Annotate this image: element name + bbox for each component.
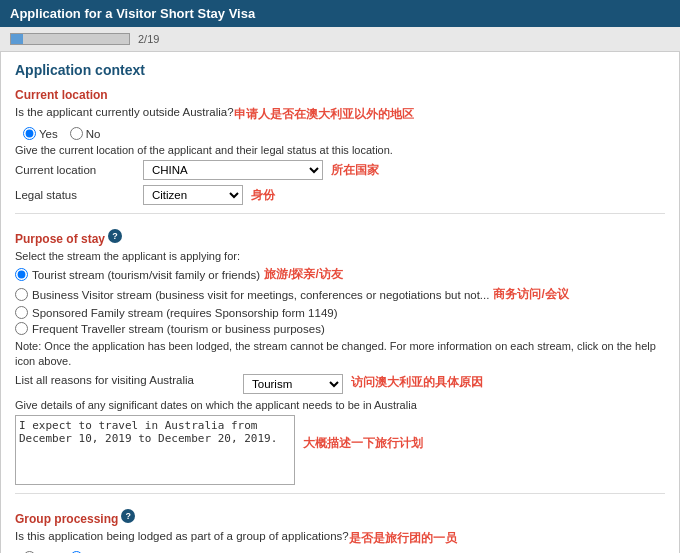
group-question-row: Is this application being lodged as part…: [15, 530, 665, 547]
legal-status-select[interactable]: Citizen: [143, 185, 243, 205]
main-content: Application context Current location Is …: [0, 51, 680, 553]
outside-australia-row: Is the applicant currently outside Austr…: [15, 106, 665, 123]
stream-options: Tourist stream (tourism/visit family or …: [15, 266, 665, 335]
tourist-stream-radio[interactable]: [15, 268, 28, 281]
group-annotation: 是否是旅行团的一员: [349, 530, 457, 547]
frequent-stream-text: Frequent Traveller stream (tourism or bu…: [32, 323, 325, 335]
current-location-annotation: 所在国家: [331, 162, 379, 179]
business-annotation: 商务访问/会议: [493, 286, 568, 303]
outside-yes-label[interactable]: Yes: [23, 127, 58, 140]
progress-bar-outer: [10, 33, 130, 45]
legal-status-annotation: 身份: [251, 187, 275, 204]
tourist-stream-row: Tourist stream (tourism/visit family or …: [15, 266, 665, 283]
page-counter: 2/19: [138, 33, 159, 45]
tourist-annotation: 旅游/探亲/访友: [264, 266, 343, 283]
list-reasons-select[interactable]: Tourism: [243, 374, 343, 394]
outside-australia-question: Is the applicant currently outside Austr…: [15, 106, 234, 118]
outside-yes-radio[interactable]: [23, 127, 36, 140]
purpose-info-icon[interactable]: ?: [108, 229, 122, 243]
legal-status-field-row: Legal status Citizen 身份: [15, 185, 665, 205]
give-details-label: Give details of any significant dates on…: [15, 399, 665, 411]
purpose-title: Purpose of stay: [15, 232, 105, 246]
outside-australia-radios: Yes No: [23, 127, 665, 140]
legal-status-label: Legal status: [15, 189, 135, 201]
outside-no-label[interactable]: No: [70, 127, 101, 140]
section-title: Application context: [15, 62, 665, 78]
purpose-description: Select the stream the applicant is apply…: [15, 250, 665, 262]
sponsored-stream-row: Sponsored Family stream (requires Sponso…: [15, 306, 665, 319]
progress-bar-inner: [11, 34, 23, 44]
frequent-stream-row: Frequent Traveller stream (tourism or bu…: [15, 322, 665, 335]
list-reasons-label: List all reasons for visiting Australia: [15, 374, 235, 386]
group-info-icon[interactable]: ?: [121, 509, 135, 523]
textarea-annotation: 大概描述一下旅行计划: [303, 435, 423, 452]
outside-australia-annotation: 申请人是否在澳大利亚以外的地区: [234, 106, 414, 123]
current-location-title: Current location: [15, 88, 665, 102]
location-description: Give the current location of the applica…: [15, 144, 665, 156]
list-reasons-annotation: 访问澳大利亚的具体原因: [351, 374, 483, 391]
group-title-row: Group processing ?: [15, 502, 665, 530]
group-question: Is this application being lodged as part…: [15, 530, 349, 542]
current-location-label: Current location: [15, 164, 135, 176]
sponsored-stream-text: Sponsored Family stream (requires Sponso…: [32, 307, 338, 319]
list-reasons-row: List all reasons for visiting Australia …: [15, 374, 665, 394]
business-stream-text: Business Visitor stream (business visit …: [32, 289, 489, 301]
purpose-title-row: Purpose of stay ?: [15, 222, 665, 250]
current-location-select[interactable]: CHINA: [143, 160, 323, 180]
outside-no-radio[interactable]: [70, 127, 83, 140]
frequent-stream-radio[interactable]: [15, 322, 28, 335]
progress-area: 2/19: [0, 27, 680, 51]
textarea-row: I expect to travel in Australia from Dec…: [15, 415, 665, 485]
current-location-field-row: Current location CHINA 所在国家: [15, 160, 665, 180]
title-text: Application for a Visitor Short Stay Vis…: [10, 6, 255, 21]
title-bar: Application for a Visitor Short Stay Vis…: [0, 0, 680, 27]
group-title: Group processing: [15, 512, 118, 526]
sponsored-stream-radio[interactable]: [15, 306, 28, 319]
business-stream-row: Business Visitor stream (business visit …: [15, 286, 665, 303]
travel-details-textarea[interactable]: I expect to travel in Australia from Dec…: [15, 415, 295, 485]
stream-note: Note: Once the application has been lodg…: [15, 339, 665, 370]
business-stream-radio[interactable]: [15, 288, 28, 301]
tourist-stream-text: Tourist stream (tourism/visit family or …: [32, 269, 260, 281]
